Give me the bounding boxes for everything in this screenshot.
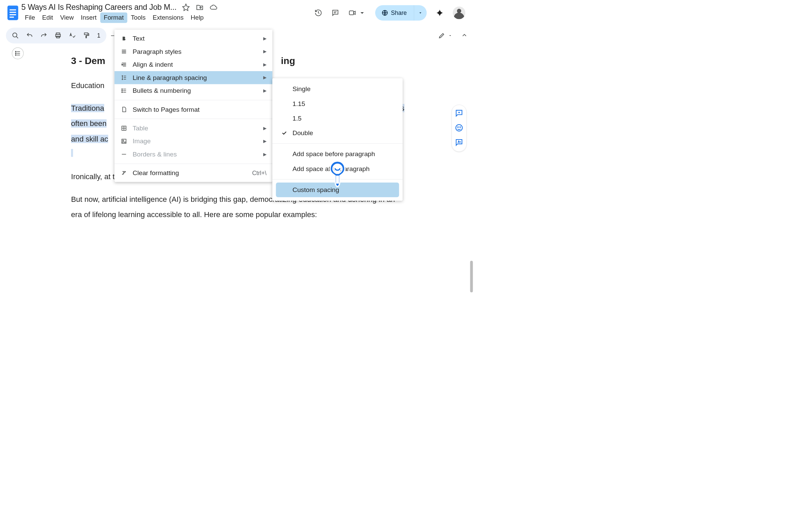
svg-rect-2 bbox=[9, 12, 16, 13]
menu-format[interactable]: Format bbox=[100, 13, 127, 23]
share-button-group: Share bbox=[375, 5, 427, 20]
search-icon[interactable] bbox=[12, 32, 19, 39]
font-size-minus[interactable]: − bbox=[111, 32, 115, 40]
redo-icon[interactable] bbox=[40, 32, 47, 39]
format-bullets-numbering[interactable]: Bullets & numbering▶ bbox=[114, 84, 272, 97]
gemini-icon[interactable] bbox=[436, 9, 444, 17]
menu-insert[interactable]: Insert bbox=[77, 13, 100, 23]
menu-help[interactable]: Help bbox=[187, 13, 207, 23]
svg-rect-3 bbox=[9, 14, 16, 15]
svg-point-18 bbox=[456, 125, 462, 131]
print-icon[interactable] bbox=[54, 32, 62, 39]
format-image: Image▶ bbox=[114, 135, 272, 148]
editing-mode-button[interactable] bbox=[438, 32, 452, 39]
svg-rect-4 bbox=[9, 17, 14, 18]
format-clear-formatting[interactable]: Clear formatting Ctrl+\ bbox=[114, 167, 272, 179]
menu-view[interactable]: View bbox=[57, 13, 77, 23]
meet-icon[interactable] bbox=[348, 9, 356, 17]
bold-icon bbox=[120, 35, 128, 42]
spacing-add-before[interactable]: Add space before paragraph bbox=[272, 147, 403, 161]
borders-icon bbox=[120, 151, 128, 157]
emoji-reaction-icon[interactable] bbox=[455, 124, 464, 133]
app-header: 5 Ways AI Is Reshaping Careers and Job M… bbox=[0, 0, 474, 23]
svg-point-7 bbox=[13, 33, 17, 37]
svg-rect-25 bbox=[122, 139, 126, 143]
format-line-spacing[interactable]: Line & paragraph spacing▶ bbox=[114, 71, 272, 84]
cloud-status-icon[interactable] bbox=[210, 3, 218, 11]
spacing-single[interactable]: Single bbox=[272, 82, 403, 96]
share-label: Share bbox=[391, 9, 407, 16]
svg-point-23 bbox=[122, 92, 122, 92]
move-icon[interactable] bbox=[196, 3, 204, 11]
comment-icon[interactable] bbox=[331, 9, 339, 17]
svg-rect-11 bbox=[84, 33, 88, 35]
side-insert-panel bbox=[452, 105, 467, 152]
svg-point-17 bbox=[15, 55, 16, 55]
paragraph-styles-icon bbox=[120, 48, 128, 55]
svg-point-16 bbox=[15, 53, 16, 54]
align-indent-icon bbox=[120, 61, 128, 68]
menu-tools[interactable]: Tools bbox=[127, 13, 149, 23]
image-icon bbox=[120, 138, 128, 145]
menu-bar: File Edit View Insert Format Tools Exten… bbox=[21, 13, 218, 23]
spacing-115[interactable]: 1.15 bbox=[272, 97, 403, 111]
spellcheck-icon[interactable] bbox=[69, 32, 76, 39]
format-table: Table▶ bbox=[114, 122, 272, 134]
undo-icon[interactable] bbox=[26, 32, 33, 39]
vertical-scrollbar[interactable] bbox=[470, 261, 473, 292]
history-icon[interactable] bbox=[314, 9, 322, 17]
svg-point-21 bbox=[122, 89, 122, 89]
bullets-icon bbox=[120, 87, 128, 94]
check-icon bbox=[280, 130, 288, 136]
account-avatar[interactable] bbox=[453, 6, 465, 19]
svg-point-20 bbox=[460, 127, 460, 127]
menu-edit[interactable]: Edit bbox=[39, 13, 57, 23]
document-title[interactable]: 5 Ways AI Is Reshaping Careers and Job M… bbox=[21, 3, 177, 12]
toolbar: 1 bbox=[6, 28, 106, 44]
share-dropdown[interactable] bbox=[414, 5, 427, 20]
menu-extensions[interactable]: Extensions bbox=[149, 13, 187, 23]
star-icon[interactable] bbox=[182, 3, 190, 11]
format-switch-pages[interactable]: Switch to Pages format bbox=[114, 103, 272, 116]
svg-rect-10 bbox=[57, 36, 60, 38]
svg-point-22 bbox=[122, 90, 122, 91]
line-spacing-icon bbox=[120, 75, 128, 81]
spacing-15[interactable]: 1.5 bbox=[272, 111, 403, 126]
svg-point-15 bbox=[15, 51, 16, 52]
svg-rect-5 bbox=[349, 11, 354, 15]
share-button[interactable]: Share bbox=[375, 5, 414, 20]
show-outline-button[interactable] bbox=[12, 47, 24, 59]
svg-point-26 bbox=[123, 140, 123, 141]
pointer-cursor-overlay bbox=[325, 160, 349, 188]
zoom-value[interactable]: 1 bbox=[97, 32, 100, 39]
format-borders-lines: Borders & lines▶ bbox=[114, 148, 272, 161]
page-icon bbox=[120, 106, 128, 113]
paint-format-icon[interactable] bbox=[83, 32, 90, 39]
svg-point-19 bbox=[458, 127, 458, 127]
clear-format-icon bbox=[120, 170, 128, 176]
format-menu-dropdown: Text▶ Paragraph styles▶ Align & indent▶ … bbox=[114, 29, 272, 182]
clear-format-shortcut: Ctrl+\ bbox=[252, 170, 266, 176]
format-align-indent[interactable]: Align & indent▶ bbox=[114, 58, 272, 71]
format-text[interactable]: Text▶ bbox=[114, 32, 272, 45]
spacing-double[interactable]: Double bbox=[272, 126, 403, 140]
docs-logo-icon[interactable] bbox=[6, 4, 20, 22]
meet-dropdown-icon[interactable] bbox=[358, 9, 366, 17]
svg-rect-1 bbox=[9, 9, 16, 10]
collapse-toolbar-icon[interactable] bbox=[461, 32, 468, 39]
table-icon bbox=[120, 125, 128, 131]
format-paragraph-styles[interactable]: Paragraph styles▶ bbox=[114, 45, 272, 58]
suggest-edits-icon[interactable] bbox=[455, 138, 464, 148]
svg-rect-0 bbox=[7, 5, 18, 20]
add-comment-icon[interactable] bbox=[455, 109, 464, 118]
menu-file[interactable]: File bbox=[21, 13, 39, 23]
